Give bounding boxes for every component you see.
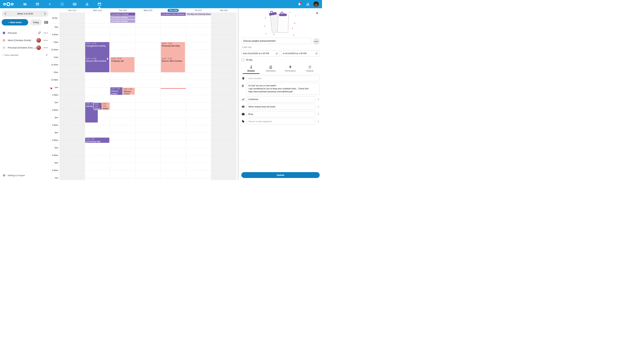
calendar-name: Personal: [8, 32, 38, 34]
calendar-icon[interactable]: [95, 0, 104, 8]
mail-icon[interactable]: [70, 0, 79, 8]
calendar-list-item[interactable]: Personal (Christine Scho…)●●●: [0, 44, 50, 51]
status-select[interactable]: [246, 96, 316, 102]
busy-briefcase-icon: [241, 113, 245, 115]
day-header[interactable]: Mon 1/13: [85, 8, 110, 12]
calendar-event[interactable]: 1:00 - 1:30Discuss project announcement: [110, 87, 123, 95]
update-button[interactable]: Update: [241, 172, 320, 178]
notifications-bell-icon[interactable]: [296, 1, 302, 7]
info-icon[interactable]: i: [317, 105, 320, 108]
talk-icon[interactable]: [58, 0, 67, 8]
calendar-actions-menu-icon[interactable]: ●●●: [44, 46, 48, 49]
location-input[interactable]: [246, 75, 320, 81]
day-column[interactable]: [60, 23, 85, 180]
contacts-menu-icon[interactable]: [305, 1, 311, 7]
new-event-button[interactable]: + New event: [2, 19, 28, 25]
event-time: 10:00 - 11:00: [86, 42, 108, 45]
nextcloud-logo[interactable]: [3, 2, 14, 6]
share-link-icon[interactable]: [38, 31, 41, 34]
calendar-event[interactable]: 1:00 - 1:30Discuss project: [122, 87, 135, 95]
photos-icon[interactable]: [33, 0, 42, 8]
calendar-list-item[interactable]: Work (Christine Schott)●●●: [0, 36, 50, 44]
current-time-line: [161, 88, 186, 89]
all-day-cell[interactable]: The Big Line Dancing Show: [186, 12, 211, 23]
calendar-event[interactable]: 10:00 - 11:00management meeting: [85, 42, 109, 57]
timezone-globe-icon[interactable]: [315, 52, 318, 55]
end-date-picker[interactable]: to 01/14/2020 at 1:30 PM: [281, 50, 320, 57]
all-day-event[interactable]: Line dance training: [110, 19, 135, 23]
new-calendar-button[interactable]: + New calendar +: [0, 51, 50, 59]
calendar-actions-menu-icon[interactable]: ●●●: [44, 39, 48, 41]
tab-repeat[interactable]: Repeat: [300, 64, 320, 74]
day-header[interactable]: Thu 1/16: [160, 8, 186, 12]
tab-attendees[interactable]: Attendees: [261, 64, 280, 74]
contacts-icon[interactable]: [82, 0, 92, 8]
settings-import-button[interactable]: Settings & import: [0, 172, 28, 179]
calendar-event[interactable]: 11:00 - 12:00Discuss office furniture: [161, 57, 185, 72]
calendar-event[interactable]: 11:00 - 12:00Company call: [110, 57, 134, 72]
all-day-event[interactable]: The Big Line Dancing Show: [186, 12, 211, 16]
close-icon[interactable]: ✕: [314, 10, 320, 15]
day-column[interactable]: [186, 23, 211, 180]
start-date-picker[interactable]: from 01/14/2020 at 1:00 PM: [241, 50, 280, 57]
all-day-cell[interactable]: [135, 12, 161, 23]
week-label[interactable]: Week 3 of 2020: [9, 10, 41, 17]
day-header[interactable]: Tue 1/14: [110, 8, 135, 12]
calendar-event[interactable]: 10:00 - 11:00Phonecall with Abby: [161, 42, 185, 57]
event-time: 1:00 - 1:30: [111, 88, 122, 90]
event-actions-menu-button[interactable]: ●●●: [313, 38, 320, 45]
day-column[interactable]: [211, 23, 236, 180]
previous-week-button[interactable]: [2, 10, 9, 17]
day-column[interactable]: 11:00 - 12:00Company call1:00 - 1:30Disc…: [110, 23, 135, 180]
info-icon[interactable]: i: [317, 113, 320, 115]
day-column[interactable]: 10:00 - 11:00Phonecall with Abby11:00 - …: [160, 23, 186, 180]
all-day-cell[interactable]: [60, 12, 85, 23]
reminder-bell-icon: [106, 58, 108, 60]
timezone-globe-icon[interactable]: [276, 52, 278, 55]
checkbox-unchecked[interactable]: [242, 58, 244, 61]
current-time-arrow-icon: [51, 87, 52, 89]
description-textarea[interactable]: Hi Carl! are you in next week? I got som…: [246, 83, 320, 95]
all-day-cell[interactable]: Line dance main rehearsal: [160, 12, 186, 23]
all-day-event[interactable]: Line dance training: [110, 16, 135, 19]
day-header[interactable]: Wed 1/15: [135, 8, 161, 12]
all-day-event[interactable]: Line dance main rehearsal: [161, 12, 186, 16]
calendar-event[interactable]: 4:20 - 4:40purchasing dept: [85, 138, 109, 143]
activity-icon[interactable]: [45, 0, 54, 8]
next-week-button[interactable]: [41, 10, 49, 17]
info-icon[interactable]: i: [317, 120, 320, 123]
calendar-list-item[interactable]: Personal●●●: [0, 29, 50, 36]
calendar-event[interactable]: 2:00 - 2:30check-in: [94, 102, 102, 110]
event-time: 1:00 - 1:30: [124, 88, 134, 90]
all-day-cell[interactable]: Line Dance TrainingLine dance trainingLi…: [110, 12, 135, 23]
all-day-cell[interactable]: [85, 12, 110, 23]
files-icon[interactable]: [20, 0, 30, 8]
event-title: purchasing dept: [86, 140, 108, 143]
day-column[interactable]: [135, 23, 161, 180]
calendar-event[interactable]: 11:00 - 12:00Discuss office furniture: [85, 57, 109, 72]
user-avatar[interactable]: [313, 1, 319, 7]
all-day-cell[interactable]: [211, 12, 236, 23]
event-title: Discuss project: [124, 90, 134, 95]
view-mode-toggle-icon[interactable]: [44, 19, 49, 25]
time-axis-label: 4pm: [55, 132, 58, 134]
freebusy-select[interactable]: [246, 111, 316, 117]
visibility-select[interactable]: [246, 104, 316, 110]
visibility-eye-icon: [241, 106, 245, 108]
calendar-actions-menu-icon[interactable]: ●●●: [44, 32, 48, 34]
calendar-event[interactable]: 2:00 - 2:30check-in: [102, 102, 110, 110]
tab-details[interactable]: Details: [241, 64, 261, 74]
all-day-event[interactable]: Line Dance Training: [110, 12, 135, 16]
time-axis-label: 1:30pm: [52, 94, 58, 96]
day-header[interactable]: Sat 1/18: [211, 8, 236, 12]
categories-input[interactable]: [246, 118, 316, 124]
tab-reminders[interactable]: Reminders: [280, 64, 300, 74]
day-header[interactable]: Sun 1/12: [60, 8, 85, 12]
day-column[interactable]: 10:00 - 11:00management meeting11:00 - 1…: [85, 23, 110, 180]
all-day-checkbox[interactable]: All day: [242, 58, 319, 61]
day-header[interactable]: Fri 1/17: [186, 8, 211, 12]
info-icon[interactable]: i: [317, 98, 320, 101]
today-button[interactable]: Today: [30, 19, 42, 25]
event-title-input[interactable]: [241, 38, 311, 44]
all-day-row: all-dayLine Dance TrainingLine dance tra…: [50, 12, 236, 23]
